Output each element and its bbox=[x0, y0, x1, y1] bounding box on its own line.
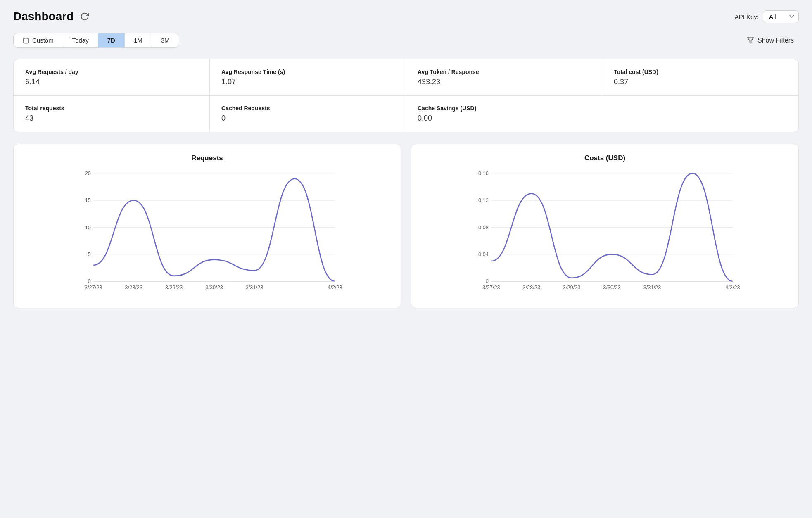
svg-text:3/30/23: 3/30/23 bbox=[205, 284, 223, 290]
metric-value-2: 433.23 bbox=[418, 78, 590, 86]
svg-text:4/2/23: 4/2/23 bbox=[328, 284, 342, 290]
metric-label-1: Avg Response Time (s) bbox=[221, 69, 394, 75]
svg-text:3/27/23: 3/27/23 bbox=[482, 284, 500, 290]
requests-chart-container: 051015203/27/233/28/233/29/233/30/233/31… bbox=[20, 169, 394, 301]
header-right: API Key: All Key 1 Key 2 bbox=[735, 10, 799, 23]
svg-rect-0 bbox=[24, 38, 28, 43]
svg-text:0.16: 0.16 bbox=[478, 170, 489, 176]
show-filters-label: Show Filters bbox=[757, 37, 794, 44]
svg-text:3/30/23: 3/30/23 bbox=[603, 284, 621, 290]
refresh-button[interactable] bbox=[78, 10, 91, 23]
svg-text:4/2/23: 4/2/23 bbox=[725, 284, 740, 290]
metric-label-4: Total requests bbox=[25, 105, 198, 112]
header-left: Dashboard bbox=[13, 10, 91, 23]
metric-cell-6: Cache Savings (USD)0.00 bbox=[406, 96, 602, 132]
filter-icon bbox=[747, 37, 754, 44]
metric-label-0: Avg Requests / day bbox=[25, 69, 198, 75]
svg-text:0.12: 0.12 bbox=[478, 197, 489, 203]
metric-value-0: 6.14 bbox=[25, 78, 198, 86]
costs-chart-card: Costs (USD) 00.040.080.120.163/27/233/28… bbox=[411, 144, 799, 308]
svg-text:3/29/23: 3/29/23 bbox=[165, 284, 183, 290]
requests-chart-card: Requests 051015203/27/233/28/233/29/233/… bbox=[13, 144, 401, 308]
toolbar: Custom Today 7D 1M 3M Show Filters bbox=[13, 33, 799, 48]
requests-chart-title: Requests bbox=[20, 154, 394, 162]
svg-text:20: 20 bbox=[85, 170, 91, 176]
metric-label-3: Total cost (USD) bbox=[614, 69, 787, 75]
svg-text:0: 0 bbox=[486, 278, 489, 284]
api-key-select[interactable]: All Key 1 Key 2 bbox=[763, 10, 799, 23]
costs-chart-container: 00.040.080.120.163/27/233/28/233/29/233/… bbox=[418, 169, 792, 301]
time-filters: Custom Today 7D 1M 3M bbox=[13, 33, 179, 48]
filter-7d-label: 7D bbox=[107, 37, 115, 44]
svg-text:5: 5 bbox=[88, 251, 91, 257]
filter-3m[interactable]: 3M bbox=[152, 33, 179, 47]
metric-cell-3: Total cost (USD)0.37 bbox=[602, 59, 798, 96]
filter-custom[interactable]: Custom bbox=[14, 33, 63, 47]
metric-cell-1: Avg Response Time (s)1.07 bbox=[210, 59, 406, 96]
svg-marker-4 bbox=[747, 38, 753, 43]
filter-7d[interactable]: 7D bbox=[98, 33, 125, 47]
metric-label-6: Cache Savings (USD) bbox=[418, 105, 591, 112]
metric-cell-2: Avg Token / Response433.23 bbox=[406, 59, 602, 96]
calendar-icon bbox=[23, 37, 29, 44]
svg-text:15: 15 bbox=[85, 197, 91, 203]
metric-value-4: 43 bbox=[25, 114, 198, 123]
page-header: Dashboard API Key: All Key 1 Key 2 bbox=[13, 10, 799, 23]
metric-value-5: 0 bbox=[221, 114, 394, 123]
svg-text:3/28/23: 3/28/23 bbox=[125, 284, 142, 290]
api-key-label: API Key: bbox=[735, 13, 759, 20]
metric-cell-4: Total requests43 bbox=[14, 96, 210, 132]
requests-chart-svg: 051015203/27/233/28/233/29/233/30/233/31… bbox=[20, 169, 394, 301]
filter-today[interactable]: Today bbox=[63, 33, 98, 47]
costs-chart-title: Costs (USD) bbox=[418, 154, 792, 162]
metric-value-3: 0.37 bbox=[614, 78, 787, 86]
metric-label-5: Cached Requests bbox=[221, 105, 394, 112]
filter-1m[interactable]: 1M bbox=[125, 33, 152, 47]
metric-label-2: Avg Token / Response bbox=[418, 69, 590, 75]
svg-text:3/27/23: 3/27/23 bbox=[85, 284, 102, 290]
filter-1m-label: 1M bbox=[134, 37, 142, 44]
metric-cell-0: Avg Requests / day6.14 bbox=[14, 59, 210, 96]
filter-3m-label: 3M bbox=[161, 37, 170, 44]
metric-cell-5: Cached Requests0 bbox=[210, 96, 406, 132]
svg-text:3/28/23: 3/28/23 bbox=[522, 284, 540, 290]
svg-text:3/29/23: 3/29/23 bbox=[563, 284, 581, 290]
svg-text:3/31/23: 3/31/23 bbox=[643, 284, 661, 290]
show-filters-button[interactable]: Show Filters bbox=[742, 33, 799, 48]
svg-text:0.08: 0.08 bbox=[478, 224, 489, 230]
svg-text:0.04: 0.04 bbox=[478, 251, 489, 257]
costs-chart-svg: 00.040.080.120.163/27/233/28/233/29/233/… bbox=[418, 169, 792, 301]
metric-value-1: 1.07 bbox=[221, 78, 394, 86]
page-title: Dashboard bbox=[13, 10, 74, 23]
svg-text:10: 10 bbox=[85, 224, 91, 230]
svg-text:0: 0 bbox=[88, 278, 91, 284]
metrics-grid: Avg Requests / day6.14Avg Response Time … bbox=[13, 59, 799, 132]
metric-value-6: 0.00 bbox=[418, 114, 591, 123]
charts-grid: Requests 051015203/27/233/28/233/29/233/… bbox=[13, 144, 799, 308]
filter-today-label: Today bbox=[72, 37, 89, 44]
filter-custom-label: Custom bbox=[32, 37, 54, 44]
svg-text:3/31/23: 3/31/23 bbox=[246, 284, 264, 290]
